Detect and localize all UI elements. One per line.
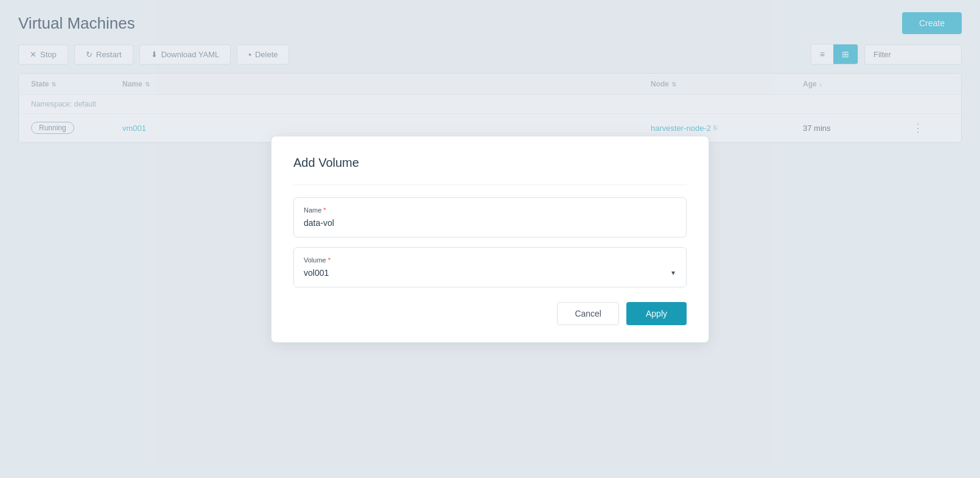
- apply-button[interactable]: Apply: [626, 302, 687, 325]
- name-field: Name *: [293, 197, 687, 237]
- cancel-button[interactable]: Cancel: [557, 302, 619, 325]
- dialog-title: Add Volume: [293, 156, 687, 170]
- add-volume-dialog: Add Volume Name * Volume * vol001 vol002…: [271, 136, 709, 343]
- modal-overlay: Add Volume Name * Volume * vol001 vol002…: [0, 0, 980, 478]
- dialog-actions: Cancel Apply: [293, 302, 687, 325]
- volume-required: *: [328, 256, 331, 264]
- volume-label: Volume *: [304, 256, 676, 264]
- name-input[interactable]: [304, 218, 676, 228]
- volume-select[interactable]: vol001 vol002 vol003: [304, 268, 676, 278]
- volume-select-wrapper: vol001 vol002 vol003 ▾: [304, 267, 676, 278]
- name-required: *: [323, 206, 326, 214]
- dialog-divider: [293, 185, 687, 185]
- volume-field: Volume * vol001 vol002 vol003 ▾: [293, 247, 687, 287]
- name-label: Name *: [304, 206, 676, 214]
